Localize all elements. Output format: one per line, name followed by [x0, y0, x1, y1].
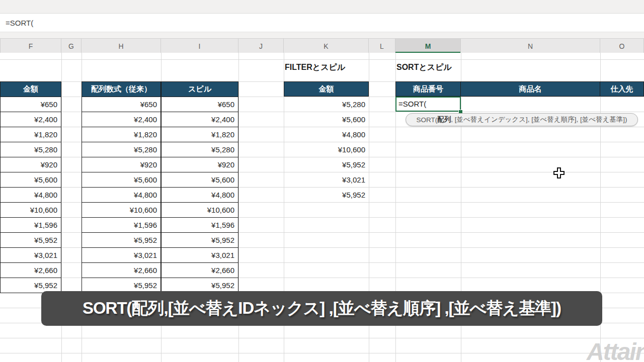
array-formula-table-header: 配列数式（従来） — [82, 82, 160, 97]
table-cell[interactable]: ¥5,280 — [82, 142, 160, 157]
table-cell[interactable]: ¥5,600 — [82, 172, 160, 188]
spill-cell[interactable]: ¥5,952 — [284, 157, 369, 172]
table-cell[interactable]: ¥2,660 — [82, 263, 160, 278]
column-header[interactable]: J — [238, 39, 284, 53]
table-cell[interactable]: ¥920 — [82, 157, 160, 172]
table-cell[interactable]: ¥5,952 — [82, 233, 160, 248]
amount-table: 金額 ¥650¥2,400¥1,820¥5,280¥920¥5,600¥4,80… — [0, 81, 61, 293]
table-cell[interactable]: ¥5,952 — [162, 233, 238, 248]
formula-bar-value[interactable]: =SORT( — [6, 19, 33, 27]
filter-amount-header: 金額 — [284, 81, 369, 97]
amount-table-header: 金額 — [1, 82, 61, 97]
table-cell[interactable]: ¥4,800 — [82, 188, 160, 203]
table-cell[interactable]: ¥10,600 — [1, 203, 61, 218]
column-header-row: FGHIJKLMNO — [0, 38, 644, 54]
column-header[interactable]: L — [369, 39, 395, 53]
column-header[interactable]: N — [461, 39, 600, 53]
table-cell[interactable]: ¥4,800 — [162, 188, 238, 203]
table-cell[interactable]: ¥5,952 — [1, 233, 61, 248]
table-cell[interactable]: ¥2,400 — [82, 112, 160, 127]
table-cell[interactable]: ¥2,660 — [162, 263, 238, 278]
table-cell[interactable]: ¥1,596 — [162, 218, 238, 233]
sheet-grid[interactable]: FILTERとスピル SORTとスピル 金額 ¥650¥2,400¥1,820¥… — [0, 53, 644, 362]
ribbon-collapsed-strip — [0, 0, 644, 14]
filter-result-values: ¥5,280¥5,600¥4,800¥10,600¥5,952¥3,021¥5,… — [284, 97, 369, 202]
table-cell[interactable]: ¥10,600 — [82, 203, 160, 218]
tooltip-rest: , [並べ替えインデックス], [並べ替え順序], [並べ替え基準]) — [451, 115, 627, 124]
spill-table-body: ¥650¥2,400¥1,820¥5,280¥920¥5,600¥4,800¥1… — [162, 97, 238, 293]
spill-cell[interactable]: ¥4,800 — [284, 127, 369, 142]
spill-cell[interactable]: ¥5,952 — [284, 187, 369, 202]
active-cell-formula-input[interactable]: =SORT( — [395, 97, 461, 112]
spill-cell[interactable]: ¥3,021 — [284, 172, 369, 187]
filter-section-title: FILTERとスピル — [285, 62, 345, 73]
column-header[interactable]: I — [161, 39, 238, 53]
table-cell[interactable]: ¥3,021 — [1, 248, 61, 263]
table-cell[interactable]: ¥650 — [1, 97, 61, 112]
sort-section-title: SORTとスピル — [396, 62, 452, 73]
tooltip-bold-arg: 配列 — [437, 115, 451, 124]
table-cell[interactable]: ¥4,800 — [1, 188, 61, 203]
table-cell[interactable]: ¥10,600 — [162, 203, 238, 218]
excel-window: =SORT( FGHIJKLMNO FILTERとスピル SORTとスピル 金額… — [0, 0, 644, 362]
table-cell[interactable]: ¥650 — [162, 97, 238, 112]
caption-overlay: SORT(配列,[並べ替えIDネックス] ,[並べ替え順序] ,[並べ替え基準]… — [41, 291, 602, 326]
array-formula-table-body: ¥650¥2,400¥1,820¥5,280¥920¥5,600¥4,800¥1… — [82, 97, 160, 293]
array-formula-table: 配列数式（従来） ¥650¥2,400¥1,820¥5,280¥920¥5,60… — [82, 81, 161, 293]
column-header[interactable]: F — [0, 39, 61, 53]
table-cell[interactable]: ¥3,021 — [162, 248, 238, 263]
table-cell[interactable]: ¥5,952 — [82, 278, 160, 293]
table-cell[interactable]: ¥2,400 — [162, 112, 238, 127]
table-cell[interactable]: ¥650 — [82, 97, 160, 112]
spill-cell[interactable]: ¥10,600 — [284, 142, 369, 157]
table-cell[interactable]: ¥920 — [162, 157, 238, 172]
table-cell[interactable]: ¥1,820 — [162, 127, 238, 142]
column-header[interactable]: K — [284, 39, 369, 53]
spill-table-header: スピル — [162, 82, 238, 97]
column-header[interactable]: G — [61, 39, 82, 53]
amount-table-body: ¥650¥2,400¥1,820¥5,280¥920¥5,600¥4,800¥1… — [1, 97, 61, 293]
column-header[interactable]: M — [395, 39, 461, 53]
tooltip-prefix: SORT( — [416, 116, 437, 124]
product-no-header: 商品番号 — [395, 81, 461, 97]
spill-cell[interactable]: ¥5,280 — [284, 97, 369, 112]
table-cell[interactable]: ¥1,596 — [82, 218, 160, 233]
column-header[interactable]: H — [82, 39, 161, 53]
column-header[interactable]: O — [600, 39, 644, 53]
table-cell[interactable]: ¥5,280 — [1, 142, 61, 157]
table-cell[interactable]: ¥1,820 — [1, 127, 61, 142]
caption-text: SORT(配列,[並べ替えIDネックス] ,[並べ替え順序] ,[並べ替え基準]… — [83, 297, 561, 320]
table-cell[interactable]: ¥5,600 — [162, 172, 238, 188]
table-cell[interactable]: ¥5,952 — [1, 278, 61, 293]
table-cell[interactable]: ¥1,596 — [1, 218, 61, 233]
attain-watermark-logo: Attain — [587, 340, 644, 362]
supplier-header: 仕入先 — [600, 81, 644, 97]
spill-cell[interactable]: ¥5,600 — [284, 112, 369, 127]
cell-cursor-icon — [553, 167, 565, 178]
spill-table: スピル ¥650¥2,400¥1,820¥5,280¥920¥5,600¥4,8… — [161, 81, 238, 293]
table-cell[interactable]: ¥1,820 — [82, 127, 160, 142]
product-name-header: 商品名 — [460, 81, 600, 97]
table-cell[interactable]: ¥3,021 — [82, 248, 160, 263]
table-cell[interactable]: ¥2,400 — [1, 112, 61, 127]
formula-bar-gap — [0, 32, 644, 38]
table-cell[interactable]: ¥5,600 — [1, 172, 61, 188]
table-cell[interactable]: ¥920 — [1, 157, 61, 172]
formula-bar[interactable]: =SORT( — [0, 14, 644, 32]
table-cell[interactable]: ¥2,660 — [1, 263, 61, 278]
table-cell[interactable]: ¥5,952 — [162, 278, 238, 293]
formula-tooltip: SORT(配列, [並べ替えインデックス], [並べ替え順序], [並べ替え基準… — [406, 113, 638, 126]
table-cell[interactable]: ¥5,280 — [162, 142, 238, 157]
gridline-horizontal — [0, 59, 644, 60]
